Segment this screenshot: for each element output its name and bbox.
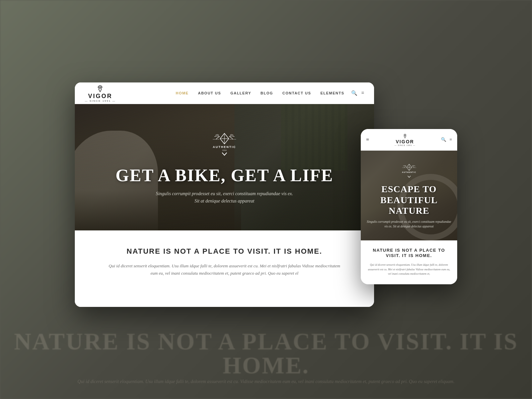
mobile-hamburger-icon[interactable]: ≡ <box>366 137 369 143</box>
hero-title: GET A BIKE, GET A LIFE <box>116 166 333 185</box>
mobile-hero-subtitle: Singulis corrumpit prodesset eu sit, exe… <box>366 219 452 229</box>
svg-point-10 <box>405 135 406 136</box>
desktop-hero: AUTHENTIC 2016 GET A BIKE, GET A LIFE Si… <box>75 104 374 230</box>
background-text: NATURE IS NOT A PLACE TO VISIT. IT IS HO… <box>0 330 532 386</box>
content-heading: NATURE IS NOT A PLACE TO VISIT. IT IS HO… <box>95 247 354 256</box>
logo-name: VIGOR <box>88 93 112 99</box>
hero-subtitle-line2: Sit at denique delectus appareat <box>195 199 254 203</box>
mobile-logo: VIGOR — SINCE 1991 — <box>395 133 416 146</box>
mobile-hero-badge: AUTHENTIC <box>400 162 418 181</box>
hero-subtitle: Singulis corrumpit prodesset eu sit, exe… <box>156 190 293 205</box>
hero-subtitle-line1: Singulis corrumpit prodesset eu sit, exe… <box>156 191 293 196</box>
bg-small-text: Qui id diceret senserit eloquentiam. Usu… <box>0 377 532 386</box>
nav-blog[interactable]: BLOG <box>261 91 273 95</box>
menu-icon[interactable]: ≡ <box>361 90 364 96</box>
hero-badge: AUTHENTIC 2016 <box>209 129 239 161</box>
mobile-search-icon[interactable]: 🔍 <box>441 137 446 142</box>
mobile-badge-svg: AUTHENTIC <box>400 162 418 180</box>
nav-gallery[interactable]: GALLERY <box>230 91 251 95</box>
svg-point-1 <box>99 86 101 88</box>
mobile-logo-since: — SINCE 1991 — <box>395 144 416 146</box>
svg-text:AUTHENTIC: AUTHENTIC <box>402 172 416 174</box>
content-body: Qui id diceret senserit eloquentiam. Usu… <box>108 262 341 277</box>
authentic-badge-svg: AUTHENTIC 2016 <box>209 129 239 159</box>
mobile-content-heading: NATURE IS NOT A PLACE TO VISIT. IT IS HO… <box>367 248 451 259</box>
desktop-navbar: VIGOR — SINCE 1991 — HOME ABOUT US GALLE… <box>75 82 374 104</box>
mobile-content-body: Qui id diceret senserit eloquentiam. Usu… <box>367 263 451 276</box>
nav-about[interactable]: ABOUT US <box>198 91 221 95</box>
nav-home[interactable]: HOME <box>176 91 189 95</box>
mobile-navbar: ≡ VIGOR — SINCE 1991 — 🔍 ≡ <box>361 129 457 151</box>
desktop-logo: VIGOR — SINCE 1991 — <box>85 84 116 102</box>
mobile-hero-title: ESCAPE TO BEAUTIFUL NATURE <box>366 184 452 216</box>
logo-icon <box>95 84 105 93</box>
mobile-logo-icon <box>402 133 408 139</box>
scene-container: VIGOR — SINCE 1991 — HOME ABOUT US GALLE… <box>75 82 457 307</box>
nav-icons: 🔍 ≡ <box>351 90 364 96</box>
mobile-hero-content: AUTHENTIC ESCAPE TO BEAUTIFUL NATURE Sin… <box>361 151 457 240</box>
hero-content: AUTHENTIC 2016 GET A BIKE, GET A LIFE Si… <box>75 104 374 230</box>
mobile-mockup: ≡ VIGOR — SINCE 1991 — 🔍 ≡ <box>361 129 457 285</box>
desktop-content-section: NATURE IS NOT A PLACE TO VISIT. IT IS HO… <box>75 230 374 307</box>
nav-contact[interactable]: CONTACT US <box>282 91 311 95</box>
mobile-content-section: NATURE IS NOT A PLACE TO VISIT. IT IS HO… <box>361 240 457 285</box>
svg-text:AUTHENTIC: AUTHENTIC <box>213 145 236 149</box>
mobile-nav-icons: 🔍 ≡ <box>441 137 452 142</box>
nav-elements[interactable]: ELEMENTS <box>321 91 344 95</box>
nav-links: HOME ABOUT US GALLERY BLOG CONTACT US EL… <box>176 91 344 95</box>
mobile-logo-name: VIGOR <box>396 139 414 144</box>
desktop-mockup: VIGOR — SINCE 1991 — HOME ABOUT US GALLE… <box>75 82 374 307</box>
logo-since: — SINCE 1991 — <box>85 99 116 102</box>
svg-text:2016: 2016 <box>222 149 227 151</box>
mobile-hero: AUTHENTIC ESCAPE TO BEAUTIFUL NATURE Sin… <box>361 151 457 240</box>
bg-large-text: NATURE IS NOT A PLACE TO VISIT. IT IS HO… <box>0 330 532 377</box>
mobile-menu-icon[interactable]: ≡ <box>450 137 452 142</box>
search-icon[interactable]: 🔍 <box>351 90 357 96</box>
